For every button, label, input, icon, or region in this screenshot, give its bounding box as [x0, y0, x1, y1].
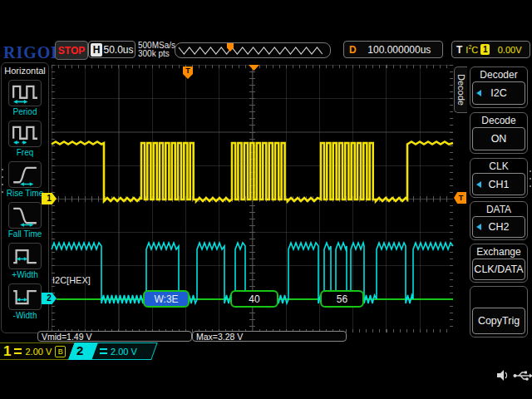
ch1-coupling-icon [14, 348, 22, 354]
ch1-status-content: 1 2.00 V B [3, 342, 66, 360]
softkey-decoder[interactable]: Decoder I2C [470, 66, 528, 108]
decode-event: W:3E [143, 290, 190, 308]
ch2-coupling-icon [100, 348, 107, 354]
softkey-data[interactable]: DATA CH2 [470, 201, 528, 240]
decode-menu-tab[interactable]: Decode [454, 66, 467, 113]
decode-event: 56 [320, 290, 364, 308]
softkey-exchange[interactable]: Exchange CLK/DATA [470, 244, 528, 283]
softkey-decode-onoff[interactable]: Decode ON [470, 112, 528, 154]
softkey-clk[interactable]: CLK CH1 [470, 158, 528, 198]
ch1-scale: 2.00 V [25, 347, 52, 357]
ch1-bandwidth-badge: B [55, 346, 66, 357]
ch1-number: 1 [3, 342, 11, 360]
select-arrow-icon [476, 224, 481, 230]
softkey-copytrig[interactable]: CopyTrig [470, 286, 528, 337]
select-arrow-icon [476, 90, 481, 96]
system-status-icons [496, 369, 532, 382]
measurement-max: Max=3.28 V [192, 331, 347, 342]
usb-icon [513, 369, 532, 382]
ch1-waveform [52, 142, 453, 202]
ch2-status-content: 2.00 V [100, 342, 137, 360]
beeper-icon [496, 369, 508, 382]
measurement-vmid: Vmid=1.49 V [37, 331, 192, 342]
decode-event: 40 [230, 290, 278, 308]
select-arrow-icon [476, 181, 481, 188]
decode-bus-label: I2C[HEX] [52, 275, 91, 285]
ch2-scale: 2.00 V [111, 347, 137, 357]
ch2-number: 2 [76, 343, 83, 357]
